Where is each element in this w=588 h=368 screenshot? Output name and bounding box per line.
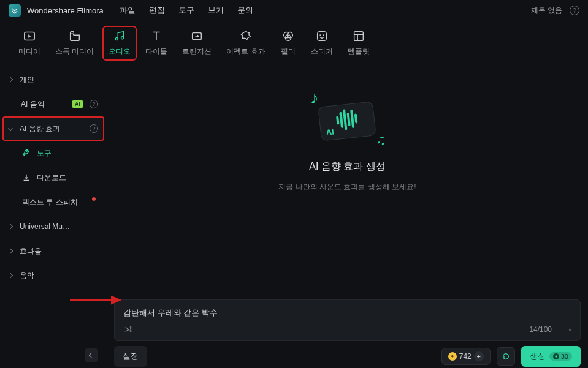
refresh-button[interactable] <box>497 347 515 366</box>
toolbar-stickers[interactable]: 스티커 <box>305 26 339 61</box>
prompt-area: 감탄해서 우레와 같은 박수 14/100 설정 ✦ 742 + <box>107 299 581 368</box>
toolbar: 미디어 스톡 미디어 오디오 타이틀 트랜지션 이펙트 효과 필터 스티커 템플… <box>0 21 588 66</box>
sidebar: 개인 AI 음악 AI ? AI 음향 효과 ? 도구 다운로드 텍스트 투 스… <box>0 66 107 368</box>
menu-edit[interactable]: 편집 <box>149 5 165 16</box>
sidebar-item-sfx[interactable]: 효과음 <box>0 239 107 263</box>
media-icon <box>23 29 36 43</box>
toolbar-effects[interactable]: 이펙트 효과 <box>220 26 271 61</box>
stock-icon <box>68 29 82 43</box>
toolbar-media[interactable]: 미디어 <box>12 26 47 61</box>
music-note-icon: ♪ <box>310 88 318 108</box>
svg-point-9 <box>323 34 324 36</box>
toolbar-templates[interactable]: 템플릿 <box>342 26 376 61</box>
download-icon <box>22 173 31 182</box>
main: 개인 AI 음악 AI ? AI 음향 효과 ? 도구 다운로드 텍스트 투 스… <box>0 66 588 368</box>
menu-file[interactable]: 파일 <box>120 5 136 16</box>
chevron-right-icon <box>8 273 13 278</box>
toolbar-transitions[interactable]: 트랜지션 <box>176 26 218 61</box>
chevron-right-icon <box>8 224 13 229</box>
credits-value: 742 <box>459 352 472 361</box>
sidebar-item-music[interactable]: 음악 <box>0 263 107 288</box>
app-logo <box>9 4 21 17</box>
toolbar-audio[interactable]: 오디오 <box>102 26 137 61</box>
prompt-footer: 14/100 <box>123 325 571 334</box>
sidebar-sub-download[interactable]: 다운로드 <box>0 165 107 190</box>
music-note-icon: ♫ <box>376 132 386 148</box>
hero-graphic: ♪ AI ♫ <box>307 91 387 152</box>
credits-pill[interactable]: ✦ 742 + <box>441 348 491 365</box>
toolbar-filters[interactable]: 필터 <box>274 26 302 61</box>
sidebar-item-ai-sound-effect[interactable]: AI 음향 효과 ? <box>2 116 104 141</box>
char-counter: 14/100 <box>529 325 552 334</box>
hero: ♪ AI ♫ AI 음향 효과 생성 지금 나만의 사운드 효과를 생성해 보세… <box>278 91 416 192</box>
settings-button[interactable]: 설정 <box>114 346 147 367</box>
audio-icon <box>113 29 126 43</box>
toolbar-titles[interactable]: 타이틀 <box>139 26 174 61</box>
titlebar-right: 제목 없음 ? <box>531 6 579 16</box>
titles-icon <box>150 29 163 43</box>
bottom-row: 설정 ✦ 742 + 생성 30 <box>114 346 581 368</box>
app-title: Wondershare Filmora <box>27 6 104 15</box>
svg-point-1 <box>116 38 118 40</box>
ai-wave-card: AI <box>318 101 376 141</box>
toolbar-stock-media[interactable]: 스톡 미디어 <box>49 26 100 61</box>
titlebar: Wondershare Filmora 파일 편집 도구 보기 문의 제목 없음… <box>0 0 588 21</box>
content: ♪ AI ♫ AI 음향 효과 생성 지금 나만의 사운드 효과를 생성해 보세… <box>107 66 588 368</box>
hero-subtitle: 지금 나만의 사운드 효과를 생성해 보세요! <box>278 182 416 192</box>
svg-rect-7 <box>317 32 326 41</box>
menu-view[interactable]: 보기 <box>208 5 224 16</box>
chevron-down-icon <box>8 126 13 131</box>
sidebar-item-personal[interactable]: 개인 <box>0 67 107 92</box>
sidebar-collapse[interactable] <box>85 348 98 362</box>
svg-point-11 <box>555 355 557 358</box>
effects-icon <box>239 29 253 43</box>
chevron-right-icon <box>8 249 13 253</box>
filters-icon <box>281 29 295 43</box>
coin-icon: ✦ <box>448 352 457 361</box>
trash-icon[interactable] <box>563 325 571 334</box>
plus-icon[interactable]: + <box>474 351 484 361</box>
sidebar-sub-tts[interactable]: 텍스트 투 스피치 <box>0 190 107 214</box>
sidebar-item-ai-music[interactable]: AI 음악 AI ? <box>0 92 107 116</box>
shuffle-icon[interactable] <box>123 325 133 334</box>
menu-bar: 파일 편집 도구 보기 문의 <box>120 5 253 16</box>
svg-rect-10 <box>354 32 363 41</box>
prompt-text[interactable]: 감탄해서 우레와 같은 박수 <box>123 307 571 318</box>
menu-tools[interactable]: 도구 <box>178 5 194 16</box>
project-name: 제목 없음 <box>531 6 562 16</box>
generate-cost: 30 <box>549 352 572 361</box>
stickers-icon <box>315 29 329 43</box>
new-indicator <box>92 197 96 201</box>
prompt-box[interactable]: 감탄해서 우레와 같은 박수 14/100 <box>114 299 581 341</box>
help-icon[interactable]: ? <box>90 100 98 108</box>
chevron-right-icon <box>8 77 13 82</box>
sidebar-item-universal-music[interactable]: Universal Mu… <box>0 214 107 239</box>
svg-point-8 <box>319 34 321 36</box>
sidebar-sub-tools[interactable]: 도구 <box>0 141 107 165</box>
wrench-icon <box>22 149 31 157</box>
templates-icon <box>352 29 365 43</box>
hero-title: AI 음향 효과 생성 <box>309 160 385 173</box>
menu-help[interactable]: 문의 <box>237 5 253 16</box>
help-icon[interactable]: ? <box>570 6 579 15</box>
help-icon[interactable]: ? <box>90 124 98 133</box>
svg-point-2 <box>121 37 124 39</box>
ai-badge: AI <box>72 100 83 108</box>
transitions-icon <box>190 29 204 43</box>
generate-button[interactable]: 생성 30 <box>521 346 581 367</box>
